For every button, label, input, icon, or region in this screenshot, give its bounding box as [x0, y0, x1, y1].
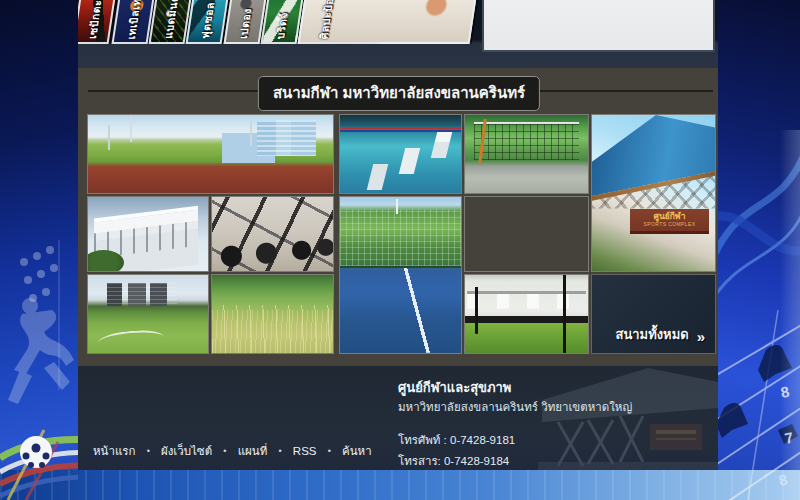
menu-sitemap[interactable]: ผังเว็บไซต์: [161, 445, 212, 457]
photo-swimming-pool[interactable]: [340, 115, 461, 193]
bottom-blue-bar: [0, 470, 800, 500]
photo-shooting-range[interactable]: [465, 275, 588, 353]
contact-block: ศูนย์กีฬาและสุขภาพ มหาวิทยาลัยสงขลานคริน…: [398, 378, 632, 470]
photo-grass-field[interactable]: [212, 275, 333, 353]
fax-number: โทรสาร: 0-7428-9184: [398, 453, 632, 470]
menu-search[interactable]: ค้นหา: [342, 445, 372, 457]
tab-label: เซปักตะกร้อ: [83, 0, 109, 39]
photo-stadium-track-panorama[interactable]: [88, 115, 333, 193]
university-name: มหาวิทยาลัยสงขลานครินทร์ วิทยาเขตหาดใหญ่: [398, 399, 632, 416]
top-right-panel: [482, 0, 715, 52]
organization-name: ศูนย์กีฬาและสุขภาพ: [398, 378, 632, 398]
right-background-panel: [718, 0, 800, 500]
photo-spinning-bikes[interactable]: [212, 197, 333, 271]
tab-label: เทเบิลเทนนิส: [122, 0, 148, 39]
sign-thai-text: ศูนย์กีฬา: [631, 212, 708, 222]
chevron-right-icon: »: [697, 328, 705, 345]
bullet-separator: •: [278, 446, 281, 456]
bullet-separator: •: [147, 446, 150, 456]
photo-petanque-balls[interactable]: [465, 197, 588, 271]
photo-grandstand-building[interactable]: [88, 197, 208, 271]
tab-martial-arts[interactable]: ศิลปะป้องกันตัว: [298, 0, 485, 44]
menu-home[interactable]: หน้าแรก: [93, 445, 135, 457]
phone-number: โทรศัพท์ : 0-7428-9181: [398, 432, 632, 449]
sign-english-text: SPORTS COMPLEX: [631, 221, 708, 227]
tab-label: แบดมินตัน: [159, 0, 184, 39]
tab-label: ศิลปะป้องกันตัว: [314, 0, 342, 39]
photo-field-with-buildings[interactable]: [88, 275, 208, 353]
all-venues-label: สนามทั้งหมด: [615, 324, 688, 345]
tab-label: เปตอง: [234, 8, 256, 39]
tab-label: บริดจ์: [271, 12, 292, 39]
menu-map[interactable]: แผนที่: [238, 445, 268, 457]
photo-sports-complex-building[interactable]: ศูนย์กีฬา SPORTS COMPLEX: [592, 115, 715, 271]
section-title: สนามกีฬา มหาวิทยาลัยสงขลานครินทร์: [258, 76, 540, 111]
photo-tennis-court[interactable]: [340, 197, 461, 353]
sports-center-page: 8 7 8 เซปักตะกร้อ เทเบิลเทนนิส แบดมินตัน…: [0, 0, 800, 500]
tab-label: ฟุตซอล: [196, 2, 218, 39]
sports-complex-sign: ศูนย์กีฬา SPORTS COMPLEX: [630, 209, 709, 235]
left-background-panel: [0, 0, 78, 500]
all-venues-link[interactable]: สนามทั้งหมด »: [592, 275, 715, 353]
photo-volleyball-court[interactable]: [465, 115, 588, 193]
bullet-separator: •: [328, 446, 331, 456]
bullet-separator: •: [223, 446, 226, 456]
menu-rss[interactable]: RSS: [293, 445, 317, 457]
footer-menu: หน้าแรก • ผังเว็บไซต์ • แผนที่ • RSS • ค…: [93, 442, 372, 460]
footer: ศูนย์กีฬาและสุขภาพ มหาวิทยาลัยสงขลานคริน…: [78, 366, 718, 470]
